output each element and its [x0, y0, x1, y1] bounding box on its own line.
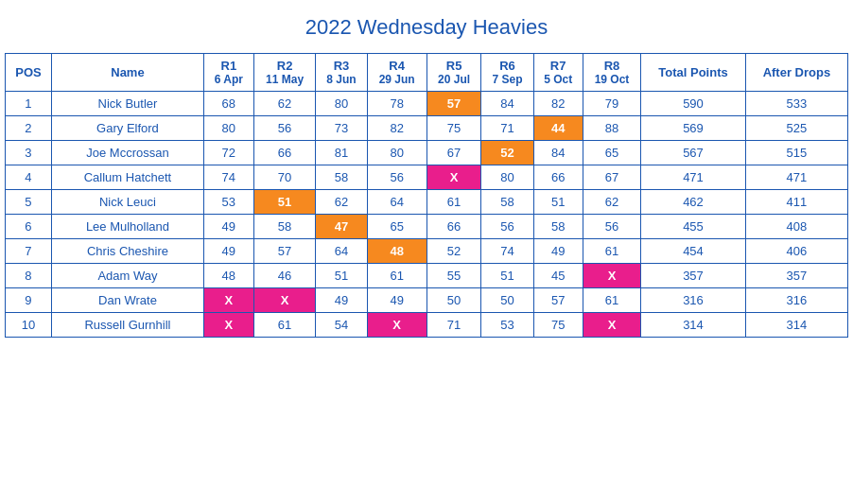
r8-cell: X [583, 313, 640, 338]
r6-cell: 80 [481, 165, 533, 190]
r3-cell: 81 [316, 141, 367, 165]
pos-cell: 1 [6, 92, 52, 116]
r5-cell: 52 [426, 239, 481, 264]
r2-cell: 57 [253, 239, 316, 264]
r3-cell: 64 [316, 239, 367, 264]
table-row: 3Joe Mccrossan7266818067528465567515 [6, 141, 848, 165]
r8-cell: 65 [583, 141, 640, 165]
r1-cell: 72 [204, 141, 254, 165]
r5-cell: 66 [426, 215, 481, 239]
r3-cell: 73 [316, 116, 367, 141]
r8-cell: 56 [583, 215, 640, 239]
r5-cell: 50 [426, 288, 481, 313]
page-title: 2022 Wednesday Heavies [305, 15, 548, 40]
r7-cell: 44 [533, 116, 583, 141]
after-drops-cell: 406 [745, 239, 847, 264]
r6-cell: 58 [481, 190, 533, 215]
results-table: POSNameR16 AprR211 MayR38 JunR429 JunR52… [5, 53, 848, 338]
col-header: POS [6, 54, 52, 92]
pos-cell: 3 [6, 141, 52, 165]
after-drops-cell: 314 [745, 313, 847, 338]
r6-cell: 53 [481, 313, 533, 338]
total-cell: 455 [641, 215, 746, 239]
r7-cell: 75 [533, 313, 583, 338]
after-drops-cell: 411 [745, 190, 847, 215]
r8-cell: 62 [583, 190, 640, 215]
results-table-wrapper: POSNameR16 AprR211 MayR38 JunR429 JunR52… [5, 53, 848, 338]
r1-cell: 53 [204, 190, 254, 215]
r2-cell: 56 [253, 116, 316, 141]
r8-cell: X [583, 264, 640, 288]
r6-cell: 84 [481, 92, 533, 116]
pos-cell: 8 [6, 264, 52, 288]
r3-cell: 54 [316, 313, 367, 338]
total-cell: 567 [641, 141, 746, 165]
name-cell: Callum Hatchett [51, 165, 203, 190]
r4-cell: 48 [367, 239, 426, 264]
r4-cell: 78 [367, 92, 426, 116]
r2-cell: X [253, 288, 316, 313]
r8-cell: 61 [583, 288, 640, 313]
r7-cell: 58 [533, 215, 583, 239]
name-cell: Adam Way [51, 264, 203, 288]
col-header: R38 Jun [316, 54, 367, 92]
r7-cell: 51 [533, 190, 583, 215]
r3-cell: 49 [316, 288, 367, 313]
total-cell: 462 [641, 190, 746, 215]
r7-cell: 82 [533, 92, 583, 116]
r2-cell: 66 [253, 141, 316, 165]
total-cell: 590 [641, 92, 746, 116]
after-drops-cell: 471 [745, 165, 847, 190]
table-row: 1Nick Butler6862807857848279590533 [6, 92, 848, 116]
r1-cell: 74 [204, 165, 254, 190]
r5-cell: 67 [426, 141, 481, 165]
r4-cell: 56 [367, 165, 426, 190]
pos-cell: 7 [6, 239, 52, 264]
r2-cell: 62 [253, 92, 316, 116]
col-header: After Drops [745, 54, 847, 92]
col-header: Total Points [641, 54, 746, 92]
r2-cell: 46 [253, 264, 316, 288]
name-cell: Nick Leuci [51, 190, 203, 215]
r1-cell: X [204, 288, 254, 313]
total-cell: 471 [641, 165, 746, 190]
r5-cell: 55 [426, 264, 481, 288]
table-row: 2Gary Elford8056738275714488569525 [6, 116, 848, 141]
r2-cell: 70 [253, 165, 316, 190]
after-drops-cell: 533 [745, 92, 847, 116]
r5-cell: 57 [426, 92, 481, 116]
r4-cell: X [367, 313, 426, 338]
r5-cell: X [426, 165, 481, 190]
r4-cell: 61 [367, 264, 426, 288]
r7-cell: 66 [533, 165, 583, 190]
name-cell: Dan Wrate [51, 288, 203, 313]
total-cell: 316 [641, 288, 746, 313]
col-header: Name [51, 54, 203, 92]
total-cell: 314 [641, 313, 746, 338]
r4-cell: 49 [367, 288, 426, 313]
table-row: 10Russell GurnhillX6154X715375X314314 [6, 313, 848, 338]
table-row: 6Lee Mulholland4958476566565856455408 [6, 215, 848, 239]
col-header: R520 Jul [426, 54, 481, 92]
r3-cell: 58 [316, 165, 367, 190]
r7-cell: 45 [533, 264, 583, 288]
after-drops-cell: 357 [745, 264, 847, 288]
r3-cell: 80 [316, 92, 367, 116]
r3-cell: 51 [316, 264, 367, 288]
r8-cell: 88 [583, 116, 640, 141]
r1-cell: 48 [204, 264, 254, 288]
r7-cell: 49 [533, 239, 583, 264]
table-row: 9Dan WrateXX494950505761316316 [6, 288, 848, 313]
r3-cell: 62 [316, 190, 367, 215]
name-cell: Gary Elford [51, 116, 203, 141]
after-drops-cell: 515 [745, 141, 847, 165]
table-row: 4Callum Hatchett74705856X806667471471 [6, 165, 848, 190]
total-cell: 569 [641, 116, 746, 141]
col-header: R819 Oct [583, 54, 640, 92]
r3-cell: 47 [316, 215, 367, 239]
r6-cell: 51 [481, 264, 533, 288]
r2-cell: 51 [253, 190, 316, 215]
r7-cell: 57 [533, 288, 583, 313]
pos-cell: 9 [6, 288, 52, 313]
col-header: R67 Sep [481, 54, 533, 92]
